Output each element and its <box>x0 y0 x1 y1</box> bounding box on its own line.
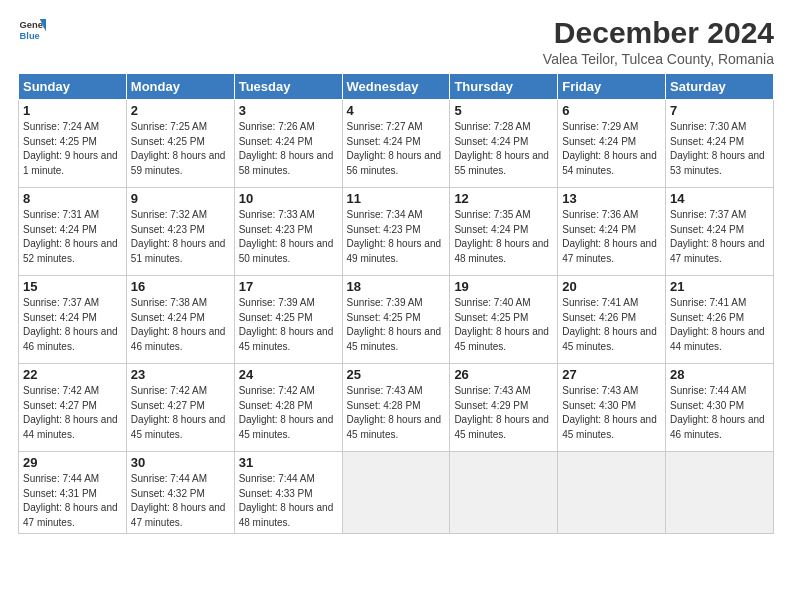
col-header-tuesday: Tuesday <box>234 74 342 100</box>
col-header-monday: Monday <box>126 74 234 100</box>
table-row: 7Sunrise: 7:30 AMSunset: 4:24 PMDaylight… <box>666 100 774 188</box>
table-row: 9Sunrise: 7:32 AMSunset: 4:23 PMDaylight… <box>126 188 234 276</box>
table-row <box>342 452 450 534</box>
table-row: 23Sunrise: 7:42 AMSunset: 4:27 PMDayligh… <box>126 364 234 452</box>
table-row: 3Sunrise: 7:26 AMSunset: 4:24 PMDaylight… <box>234 100 342 188</box>
table-row: 27Sunrise: 7:43 AMSunset: 4:30 PMDayligh… <box>558 364 666 452</box>
table-row: 28Sunrise: 7:44 AMSunset: 4:30 PMDayligh… <box>666 364 774 452</box>
table-row <box>558 452 666 534</box>
svg-text:Blue: Blue <box>20 31 40 41</box>
table-row: 29Sunrise: 7:44 AMSunset: 4:31 PMDayligh… <box>19 452 127 534</box>
table-row: 4Sunrise: 7:27 AMSunset: 4:24 PMDaylight… <box>342 100 450 188</box>
table-row: 18Sunrise: 7:39 AMSunset: 4:25 PMDayligh… <box>342 276 450 364</box>
table-row: 12Sunrise: 7:35 AMSunset: 4:24 PMDayligh… <box>450 188 558 276</box>
col-header-saturday: Saturday <box>666 74 774 100</box>
calendar-table: Sunday Monday Tuesday Wednesday Thursday… <box>18 73 774 534</box>
table-row: 13Sunrise: 7:36 AMSunset: 4:24 PMDayligh… <box>558 188 666 276</box>
col-header-thursday: Thursday <box>450 74 558 100</box>
table-row: 19Sunrise: 7:40 AMSunset: 4:25 PMDayligh… <box>450 276 558 364</box>
logo: General Blue <box>18 16 46 44</box>
table-row: 2Sunrise: 7:25 AMSunset: 4:25 PMDaylight… <box>126 100 234 188</box>
table-row: 6Sunrise: 7:29 AMSunset: 4:24 PMDaylight… <box>558 100 666 188</box>
table-row: 11Sunrise: 7:34 AMSunset: 4:23 PMDayligh… <box>342 188 450 276</box>
table-row: 20Sunrise: 7:41 AMSunset: 4:26 PMDayligh… <box>558 276 666 364</box>
table-row: 17Sunrise: 7:39 AMSunset: 4:25 PMDayligh… <box>234 276 342 364</box>
col-header-sunday: Sunday <box>19 74 127 100</box>
title-block: December 2024 Valea Teilor, Tulcea Count… <box>543 16 774 67</box>
table-row: 8Sunrise: 7:31 AMSunset: 4:24 PMDaylight… <box>19 188 127 276</box>
table-row: 15Sunrise: 7:37 AMSunset: 4:24 PMDayligh… <box>19 276 127 364</box>
header: General Blue December 2024 Valea Teilor,… <box>18 16 774 67</box>
table-row: 24Sunrise: 7:42 AMSunset: 4:28 PMDayligh… <box>234 364 342 452</box>
main-title: December 2024 <box>543 16 774 49</box>
col-header-wednesday: Wednesday <box>342 74 450 100</box>
table-row: 10Sunrise: 7:33 AMSunset: 4:23 PMDayligh… <box>234 188 342 276</box>
table-row: 31Sunrise: 7:44 AMSunset: 4:33 PMDayligh… <box>234 452 342 534</box>
table-row: 22Sunrise: 7:42 AMSunset: 4:27 PMDayligh… <box>19 364 127 452</box>
table-row: 1Sunrise: 7:24 AMSunset: 4:25 PMDaylight… <box>19 100 127 188</box>
logo-icon: General Blue <box>18 16 46 44</box>
table-row: 16Sunrise: 7:38 AMSunset: 4:24 PMDayligh… <box>126 276 234 364</box>
table-row: 14Sunrise: 7:37 AMSunset: 4:24 PMDayligh… <box>666 188 774 276</box>
table-row: 5Sunrise: 7:28 AMSunset: 4:24 PMDaylight… <box>450 100 558 188</box>
table-row <box>666 452 774 534</box>
col-header-friday: Friday <box>558 74 666 100</box>
calendar-page: General Blue December 2024 Valea Teilor,… <box>0 0 792 612</box>
table-row: 21Sunrise: 7:41 AMSunset: 4:26 PMDayligh… <box>666 276 774 364</box>
table-row: 25Sunrise: 7:43 AMSunset: 4:28 PMDayligh… <box>342 364 450 452</box>
table-row: 26Sunrise: 7:43 AMSunset: 4:29 PMDayligh… <box>450 364 558 452</box>
table-row <box>450 452 558 534</box>
table-row: 30Sunrise: 7:44 AMSunset: 4:32 PMDayligh… <box>126 452 234 534</box>
subtitle: Valea Teilor, Tulcea County, Romania <box>543 51 774 67</box>
